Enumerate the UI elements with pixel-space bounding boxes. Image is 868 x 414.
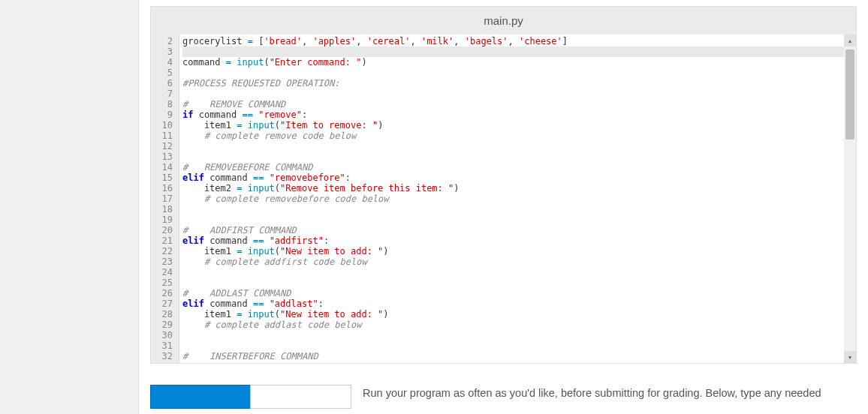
code-line[interactable]: item1 = input("Item to remove: ") (182, 120, 856, 130)
code-area[interactable]: 2345678910111213141516171819202122232425… (151, 34, 856, 363)
line-number-gutter: 2345678910111213141516171819202122232425… (151, 34, 179, 363)
line-number: 26 (154, 288, 173, 298)
line-number: 11 (154, 130, 173, 141)
run-button-primary[interactable] (150, 385, 252, 409)
line-number: 22 (154, 246, 173, 256)
editor-filename: main.py (151, 7, 856, 34)
line-number: 29 (154, 320, 173, 330)
code-line[interactable]: elif command == "addlast": (182, 298, 856, 309)
instruction-text: Run your program as often as you'd like,… (363, 385, 857, 399)
line-number: 27 (154, 298, 173, 309)
line-number: 19 (154, 214, 173, 225)
code-line[interactable]: elif command == "removebefore": (182, 172, 856, 183)
line-number: 21 (154, 236, 173, 246)
code-line[interactable]: # complete addfirst code below (182, 256, 856, 267)
scroll-down-button[interactable]: ▾ (844, 351, 856, 363)
code-line[interactable] (182, 46, 856, 57)
line-number: 2 (154, 36, 173, 46)
line-number: 6 (154, 78, 173, 88)
code-line[interactable] (182, 330, 856, 340)
line-number: 28 (154, 309, 173, 320)
code-line[interactable]: item1 = input("New item to add: ") (182, 309, 856, 320)
bottom-section: Run your program as often as you'd like,… (150, 385, 857, 409)
line-number: 15 (154, 172, 173, 183)
run-button-secondary[interactable] (250, 385, 351, 409)
line-number: 5 (154, 68, 173, 78)
line-number: 7 (154, 88, 173, 99)
line-number: 8 (154, 99, 173, 110)
code-lines[interactable]: grocerylist = ['bread', 'apples', 'cerea… (179, 34, 856, 363)
line-number: 14 (154, 162, 173, 172)
line-number: 10 (154, 120, 173, 130)
line-number: 20 (154, 225, 173, 236)
line-number: 32 (154, 351, 173, 362)
scrollbar-track[interactable]: ▴ ▾ (844, 34, 856, 363)
scrollbar-thumb[interactable] (845, 50, 854, 140)
code-line[interactable]: # INSERTBEFORE COMMAND (182, 351, 856, 362)
code-line[interactable] (182, 152, 856, 162)
left-sidebar (0, 0, 139, 414)
code-line[interactable]: if command == "remove": (182, 110, 856, 120)
code-line[interactable]: # complete removebefore code below (182, 194, 856, 204)
scroll-up-button[interactable]: ▴ (844, 34, 856, 46)
code-line[interactable]: elif command == "addfirst": (182, 236, 856, 246)
line-number: 13 (154, 152, 173, 162)
line-number: 30 (154, 330, 173, 340)
line-number: 17 (154, 194, 173, 204)
line-number: 12 (154, 141, 173, 152)
line-number: 16 (154, 183, 173, 194)
code-line[interactable]: # complete remove code below (182, 130, 856, 141)
code-line[interactable] (182, 88, 856, 99)
code-line[interactable] (182, 204, 856, 214)
code-line[interactable]: item2 = input("Remove item before this i… (182, 183, 856, 194)
line-number: 25 (154, 278, 173, 288)
code-line[interactable] (182, 267, 856, 278)
code-line[interactable] (182, 68, 856, 78)
line-number: 4 (154, 57, 173, 68)
code-line[interactable]: # REMOVEBEFORE COMMAND (182, 162, 856, 172)
line-number: 23 (154, 256, 173, 267)
code-line[interactable] (182, 340, 856, 351)
code-line[interactable] (182, 278, 856, 288)
code-line[interactable]: item1 = input("New item to add: ") (182, 246, 856, 256)
line-number: 18 (154, 204, 173, 214)
code-line[interactable]: #PROCESS REQUESTED OPERATION: (182, 78, 856, 88)
code-line[interactable]: # ADDFIRST COMMAND (182, 225, 856, 236)
code-line[interactable]: # complete addlast code below (182, 320, 856, 330)
code-editor: main.py 23456789101112131415161718192021… (150, 6, 857, 364)
line-number: 24 (154, 267, 173, 278)
line-number: 3 (154, 46, 173, 57)
code-line[interactable]: grocerylist = ['bread', 'apples', 'cerea… (182, 36, 856, 46)
code-line[interactable]: command = input("Enter command: ") (182, 57, 856, 68)
code-line[interactable] (182, 141, 856, 152)
code-line[interactable] (182, 214, 856, 225)
code-line[interactable]: # REMOVE COMMAND (182, 99, 856, 110)
line-number: 31 (154, 340, 173, 351)
code-line[interactable]: # ADDLAST COMMAND (182, 288, 856, 298)
main-content: main.py 23456789101112131415161718192021… (139, 0, 868, 414)
line-number: 9 (154, 110, 173, 120)
